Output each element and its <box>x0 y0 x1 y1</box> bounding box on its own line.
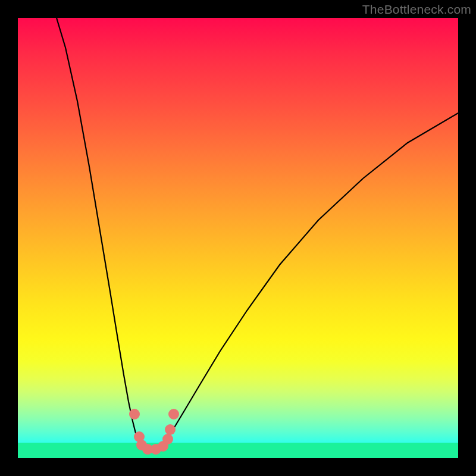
data-marker <box>168 409 179 419</box>
left-curve <box>57 18 150 450</box>
data-marker <box>165 424 176 435</box>
data-marker <box>162 434 173 444</box>
chart-frame: TheBottleneck.com <box>0 0 476 476</box>
series-group <box>57 18 458 450</box>
plot-area <box>18 18 458 458</box>
chart-svg <box>18 18 458 458</box>
data-marker <box>129 409 140 419</box>
right-curve <box>150 113 458 450</box>
marker-group <box>129 409 179 455</box>
watermark-text: TheBottleneck.com <box>362 2 471 17</box>
